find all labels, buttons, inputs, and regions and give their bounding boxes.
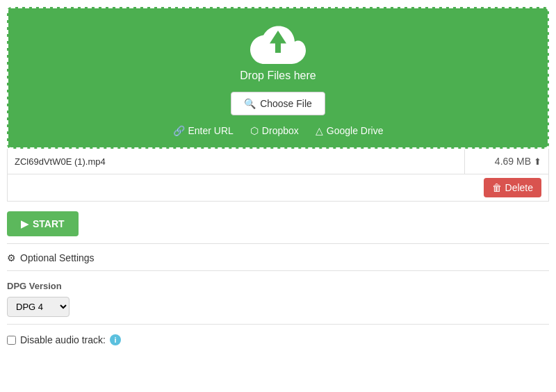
disable-audio-text: Disable audio track: xyxy=(20,334,106,345)
cloud-upload-icon xyxy=(250,22,306,64)
info-icon[interactable]: i xyxy=(110,334,121,345)
choose-file-button[interactable]: 🔍 Choose File xyxy=(231,92,325,115)
delete-label: Delete xyxy=(505,182,533,193)
drop-zone[interactable]: Drop Files here 🔍 Choose File 🔗 Enter UR… xyxy=(7,7,549,149)
search-icon: 🔍 xyxy=(244,98,256,109)
dpg-version-section: DPG Version DPG 1 DPG 2 DPG 3 DPG 4 DPG … xyxy=(7,271,549,325)
file-size: 4.69 MB xyxy=(495,156,531,167)
google-drive-link[interactable]: △ Google Drive xyxy=(316,125,384,136)
upload-icon: ⬆ xyxy=(534,156,541,167)
dpg-version-select[interactable]: DPG 1 DPG 2 DPG 3 DPG 4 DPG 5 xyxy=(7,297,70,317)
start-button[interactable]: ▶ START xyxy=(7,211,79,236)
disable-audio-checkbox[interactable] xyxy=(7,336,16,345)
source-links: 🔗 Enter URL ⬡ Dropbox △ Google Drive xyxy=(173,125,384,136)
link-icon: 🔗 xyxy=(173,125,185,136)
dropbox-icon: ⬡ xyxy=(250,125,259,136)
page-wrapper: Drop Files here 🔍 Choose File 🔗 Enter UR… xyxy=(0,0,556,392)
trash-icon: 🗑 xyxy=(492,182,502,193)
choose-file-label: Choose File xyxy=(260,98,312,109)
file-name: ZCl69dVtW0E (1).mp4 xyxy=(8,149,465,174)
delete-button[interactable]: 🗑 Delete xyxy=(484,178,541,197)
delete-row: 🗑 Delete xyxy=(7,174,549,202)
start-label: START xyxy=(33,218,65,229)
google-drive-label: Google Drive xyxy=(327,125,384,136)
audio-section: Disable audio track: i xyxy=(7,325,549,352)
settings-header[interactable]: ⚙ Optional Settings xyxy=(7,252,549,263)
disable-audio-label[interactable]: Disable audio track: i xyxy=(7,334,549,345)
file-row: ZCl69dVtW0E (1).mp4 4.69 MB ⬆ xyxy=(7,149,549,174)
optional-settings-section: ⚙ Optional Settings xyxy=(7,244,549,271)
drop-files-text: Drop Files here xyxy=(240,70,316,82)
enter-url-link[interactable]: 🔗 Enter URL xyxy=(173,125,234,136)
start-section: ▶ START xyxy=(7,202,549,244)
drive-icon: △ xyxy=(316,125,323,136)
file-size-cell: 4.69 MB ⬆ xyxy=(465,149,548,174)
dpg-version-label: DPG Version xyxy=(7,281,549,291)
gear-icon: ⚙ xyxy=(7,252,16,263)
dropbox-label: Dropbox xyxy=(262,125,299,136)
play-icon: ▶ xyxy=(21,218,28,229)
settings-label: Optional Settings xyxy=(20,252,95,263)
dropbox-link[interactable]: ⬡ Dropbox xyxy=(250,125,299,136)
enter-url-label: Enter URL xyxy=(188,125,234,136)
